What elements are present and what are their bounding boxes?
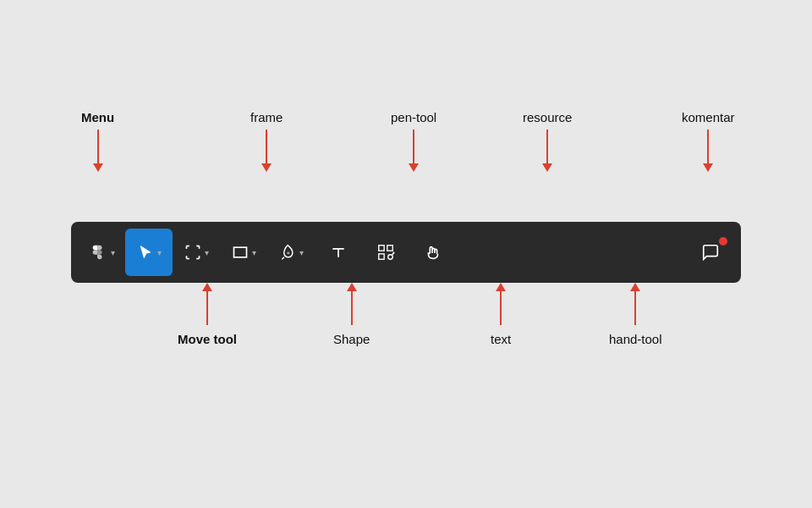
shape-tool-button[interactable]: ▾ [220, 229, 267, 276]
cursor-icon [137, 244, 154, 261]
arrow-komentar [703, 130, 713, 172]
label-menu-text: Menu [81, 110, 114, 124]
label-menu: Menu [81, 110, 114, 172]
rectangle-icon [232, 244, 249, 261]
comment-tool-button[interactable] [687, 229, 734, 276]
label-shape-bottom: Shape [333, 283, 370, 351]
arrow-shape-up [347, 283, 357, 325]
svg-point-9 [287, 251, 289, 254]
label-hand-tool-bottom: hand-tool [609, 283, 662, 351]
arrow-menu [93, 130, 103, 172]
move-tool-button[interactable]: ▾ [125, 229, 173, 276]
svg-rect-11 [379, 246, 384, 251]
components-icon [376, 243, 395, 262]
menu-chevron-icon: ▾ [111, 248, 115, 257]
label-resource-text: resource [523, 110, 572, 124]
arrow-resource [542, 130, 552, 172]
label-text-text: text [491, 332, 511, 346]
frame-tool-button[interactable]: ▾ [173, 229, 220, 276]
svg-line-10 [282, 257, 284, 260]
arrow-move-up [202, 283, 212, 325]
menu-tool-button[interactable]: ▾ [78, 229, 125, 276]
resource-tool-button[interactable] [362, 229, 409, 276]
label-pen-tool-text: pen-tool [391, 110, 436, 124]
pen-icon [279, 244, 296, 261]
svg-rect-8 [233, 247, 246, 257]
label-komentar: komentar [682, 110, 735, 172]
label-pen-tool: pen-tool [391, 110, 436, 172]
page: Menu frame pen-tool resource komentar [0, 0, 812, 508]
hand-icon [424, 243, 442, 262]
label-text-bottom: text [491, 283, 511, 351]
move-chevron-icon: ▾ [157, 248, 162, 257]
svg-rect-12 [379, 254, 384, 259]
arrow-pen-tool [409, 130, 419, 172]
arrow-frame [261, 130, 272, 172]
hand-tool-button[interactable] [409, 229, 457, 276]
text-icon [330, 244, 347, 261]
comment-icon [701, 243, 720, 262]
toolbar: ▾ ▾ [71, 222, 741, 283]
text-tool-button[interactable] [315, 229, 362, 276]
label-move-tool-bottom: Move tool [178, 283, 237, 351]
label-hand-tool-text: hand-tool [609, 332, 662, 346]
svg-line-16 [392, 252, 394, 254]
pen-chevron-icon: ▾ [299, 248, 304, 257]
notification-dot [719, 237, 727, 246]
pen-tool-button[interactable]: ▾ [267, 229, 315, 276]
frame-chevron-icon: ▾ [205, 248, 209, 257]
label-komentar-text: komentar [682, 110, 735, 124]
arrow-hand-up [630, 283, 640, 325]
frame-icon [184, 244, 201, 261]
figma-icon [89, 243, 107, 262]
label-frame-text: frame [250, 110, 283, 124]
arrow-text-up [496, 283, 506, 325]
svg-rect-13 [387, 246, 392, 251]
label-frame: frame [250, 110, 283, 172]
shape-chevron-icon: ▾ [252, 248, 256, 257]
label-shape-text: Shape [333, 332, 370, 346]
label-resource: resource [523, 110, 572, 172]
svg-point-14 [388, 255, 393, 260]
label-move-tool-text: Move tool [178, 332, 237, 346]
